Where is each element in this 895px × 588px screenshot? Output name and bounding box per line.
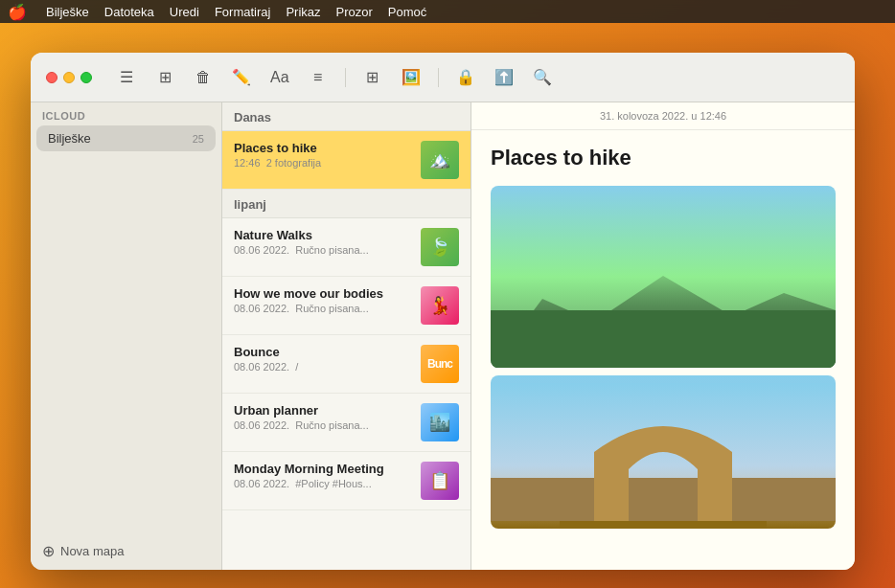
toolbar-separator-1 bbox=[345, 68, 346, 87]
note-meta-bounce: 08.06 2022. / bbox=[234, 361, 413, 373]
note-meta-meeting: 08.06 2022. #Policy #Hous... bbox=[234, 478, 413, 489]
note-detail-images bbox=[471, 178, 855, 570]
minimize-button[interactable] bbox=[63, 72, 75, 83]
note-thumb-places: 🏔️ bbox=[421, 141, 459, 179]
note-title-nature: Nature Walks bbox=[234, 228, 413, 242]
sidebar: iCloud Bilješke 25 ⊕ Nova mapa bbox=[31, 102, 222, 570]
note-detail-date: 31. kolovoza 2022. u 12:46 bbox=[471, 102, 855, 130]
svg-rect-1 bbox=[491, 478, 836, 521]
list-view-btn[interactable]: ☰ bbox=[111, 62, 142, 93]
notes-list: Danas Places to hike 12:46 2 fotografija… bbox=[222, 102, 471, 570]
plus-icon: ⊕ bbox=[42, 542, 55, 560]
note-item-urban-planner[interactable]: Urban planner 08.06 2022. Ručno pisana..… bbox=[222, 394, 470, 452]
new-folder-label: Nova mapa bbox=[60, 544, 124, 558]
format-btn[interactable]: Aa bbox=[264, 62, 295, 93]
thumb-urban-img: 🏙️ bbox=[421, 403, 459, 441]
note-item-places-to-hike[interactable]: Places to hike 12:46 2 fotografija 🏔️ bbox=[222, 131, 470, 190]
note-title-bodies: How we move our bodies bbox=[234, 286, 413, 301]
share-btn[interactable]: ⬆️ bbox=[489, 62, 519, 93]
thumb-body-img: 💃 bbox=[421, 286, 459, 325]
june-section-header: lipanj bbox=[222, 190, 470, 218]
menu-window[interactable]: Prozor bbox=[336, 5, 373, 19]
note-title-meeting: Monday Morning Meeting bbox=[234, 462, 413, 476]
menu-file[interactable]: Datoteka bbox=[104, 5, 154, 19]
menu-help[interactable]: Pomoć bbox=[388, 5, 426, 19]
lock-btn[interactable]: 🔒 bbox=[450, 62, 481, 93]
note-item-content-urban: Urban planner 08.06 2022. Ručno pisana..… bbox=[234, 403, 413, 431]
arch-photo bbox=[491, 375, 836, 529]
thumb-nature-img: 🍃 bbox=[421, 228, 459, 266]
traffic-lights bbox=[46, 72, 92, 83]
note-title-places: Places to hike bbox=[234, 141, 413, 155]
note-thumb-bodies: 💃 bbox=[421, 286, 459, 325]
note-item-bounce[interactable]: Bounce 08.06 2022. / Bunc bbox=[222, 335, 470, 394]
note-thumb-meeting: 📋 bbox=[421, 462, 459, 500]
close-button[interactable] bbox=[46, 72, 57, 83]
menu-view[interactable]: Prikaz bbox=[286, 5, 320, 19]
fullscreen-button[interactable] bbox=[80, 72, 92, 83]
apple-menu[interactable]: 🍎 bbox=[8, 3, 27, 21]
thumb-bounce-img: Bunc bbox=[421, 345, 459, 383]
search-btn[interactable]: 🔍 bbox=[527, 62, 558, 93]
grid-view-btn[interactable]: ⊞ bbox=[149, 62, 180, 93]
delete-btn[interactable]: 🗑 bbox=[188, 62, 218, 93]
note-title-urban: Urban planner bbox=[234, 403, 413, 418]
note-item-monday-meeting[interactable]: Monday Morning Meeting 08.06 2022. #Poli… bbox=[222, 452, 470, 510]
menu-edit[interactable]: Uredi bbox=[170, 5, 199, 19]
sidebar-notes-label: Bilješke bbox=[48, 131, 91, 146]
note-item-how-we-move[interactable]: How we move our bodies 08.06 2022. Ručno… bbox=[222, 277, 470, 335]
note-item-content-nature: Nature Walks 08.06 2022. Ručno pisana... bbox=[234, 228, 413, 256]
new-note-btn[interactable]: ✏️ bbox=[226, 62, 257, 93]
note-item-content-meeting: Monday Morning Meeting 08.06 2022. #Poli… bbox=[234, 462, 413, 489]
note-detail-title: Places to hike bbox=[471, 130, 855, 178]
media-btn[interactable]: 🖼️ bbox=[396, 62, 426, 93]
note-item-content-bounce: Bounce 08.06 2022. / bbox=[234, 345, 413, 373]
note-item-content-bodies: How we move our bodies 08.06 2022. Ručno… bbox=[234, 286, 413, 314]
note-meta-urban: 08.06 2022. Ručno pisana... bbox=[234, 419, 413, 431]
note-item-content: Places to hike 12:46 2 fotografija bbox=[234, 141, 413, 169]
notes-window: ☰ ⊞ 🗑 ✏️ Aa ≡ ⊞ 🖼️ 🔒 ⬆️ 🔍 iCloud Bilješk… bbox=[31, 53, 855, 570]
menubar: 🍎 Bilješke Datoteka Uredi Formatiraj Pri… bbox=[0, 0, 895, 23]
toolbar-separator-2 bbox=[438, 68, 439, 87]
note-thumb-bounce: Bunc bbox=[421, 345, 459, 383]
note-meta-bodies: 08.06 2022. Ručno pisana... bbox=[234, 303, 413, 314]
window-body: iCloud Bilješke 25 ⊕ Nova mapa Danas Pla… bbox=[31, 102, 855, 570]
indent-btn[interactable]: ≡ bbox=[303, 62, 333, 93]
note-title-bounce: Bounce bbox=[234, 345, 413, 359]
thumb-mountains-img: 🏔️ bbox=[421, 141, 459, 179]
note-image-arch bbox=[491, 375, 836, 529]
menu-notes[interactable]: Bilješke bbox=[46, 5, 89, 19]
note-meta-nature: 08.06 2022. Ručno pisana... bbox=[234, 244, 413, 256]
table-btn[interactable]: ⊞ bbox=[357, 62, 388, 93]
menu-format[interactable]: Formatiraj bbox=[215, 5, 271, 19]
note-detail: 31. kolovoza 2022. u 12:46 Places to hik… bbox=[471, 102, 855, 570]
note-thumb-nature: 🍃 bbox=[421, 228, 459, 266]
sidebar-item-notes[interactable]: Bilješke 25 bbox=[36, 125, 216, 151]
thumb-meeting-img: 📋 bbox=[421, 462, 459, 500]
note-item-nature-walks[interactable]: Nature Walks 08.06 2022. Ručno pisana...… bbox=[222, 218, 470, 277]
toolbar: ☰ ⊞ 🗑 ✏️ Aa ≡ ⊞ 🖼️ 🔒 ⬆️ 🔍 bbox=[31, 53, 855, 102]
new-folder-btn[interactable]: ⊕ Nova mapa bbox=[31, 532, 221, 570]
mountains-photo bbox=[491, 186, 836, 368]
today-section-header: Danas bbox=[222, 102, 470, 131]
note-thumb-urban: 🏙️ bbox=[421, 403, 459, 441]
icloud-section-label: iCloud bbox=[31, 102, 221, 125]
note-image-mountains bbox=[491, 186, 836, 368]
note-meta-places: 12:46 2 fotografija bbox=[234, 157, 413, 169]
sidebar-notes-count: 25 bbox=[193, 133, 204, 145]
